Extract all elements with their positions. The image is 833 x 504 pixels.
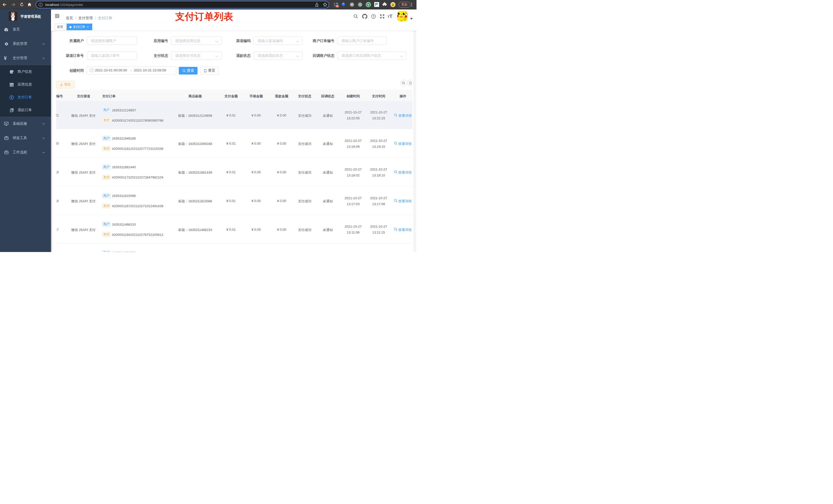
svg-text:¥: ¥ [11,96,13,99]
svg-text:⌘: ⌘ [351,3,354,6]
svg-text:10: 10 [336,5,339,7]
svg-text:?: ? [373,15,375,18]
